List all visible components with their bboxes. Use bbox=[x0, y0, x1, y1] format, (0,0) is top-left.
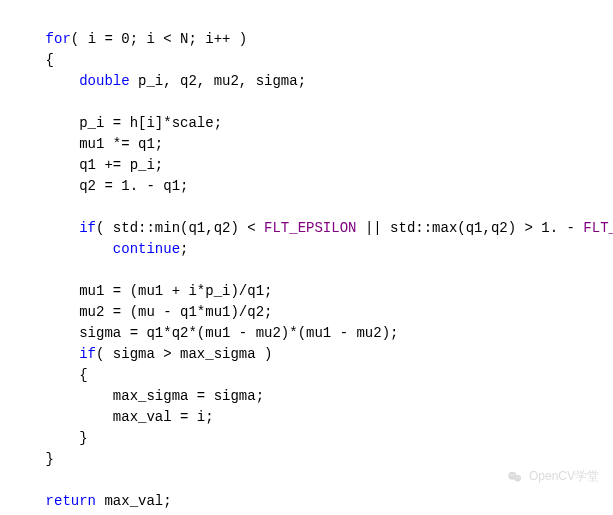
code-line: continue; bbox=[12, 241, 188, 257]
code-text: { bbox=[46, 52, 54, 68]
keyword-for: for bbox=[46, 31, 71, 47]
code-text: max_val = i; bbox=[113, 409, 214, 425]
code-line: double p_i, q2, mu2, sigma; bbox=[12, 73, 306, 89]
code-line: q2 = 1. - q1; bbox=[12, 178, 188, 194]
code-text: mu1 = (mu1 + i*p_i)/q1; bbox=[79, 283, 272, 299]
code-line: mu1 *= q1; bbox=[12, 136, 163, 152]
code-text: } bbox=[79, 430, 87, 446]
svg-point-5 bbox=[518, 477, 519, 478]
code-line: p_i = h[i]*scale; bbox=[12, 115, 222, 131]
code-text: mu2 = (mu - q1*mu1)/q2; bbox=[79, 304, 272, 320]
keyword-double: double bbox=[79, 73, 129, 89]
const-fltepsilon: FLT_EPSILON bbox=[264, 220, 356, 236]
code-text: max_sigma = sigma; bbox=[113, 388, 264, 404]
code-text: p_i, q2, mu2, sigma; bbox=[130, 73, 306, 89]
code-text: mu1 *= q1; bbox=[79, 136, 163, 152]
code-line: } bbox=[12, 451, 54, 467]
code-line: { bbox=[12, 367, 88, 383]
code-text: sigma = q1*q2*(mu1 - mu2)*(mu1 - mu2); bbox=[79, 325, 398, 341]
wechat-icon bbox=[507, 469, 523, 485]
keyword-if: if bbox=[79, 346, 96, 362]
watermark-text: OpenCV学堂 bbox=[529, 466, 599, 487]
const-fltepsilon: FLT_EPSILON bbox=[583, 220, 613, 236]
code-text: p_i = h[i]*scale; bbox=[79, 115, 222, 131]
code-text: || std::max(q1,q2) > 1. - bbox=[356, 220, 583, 236]
code-line: max_sigma = sigma; bbox=[12, 388, 264, 404]
code-text: { bbox=[79, 367, 87, 383]
code-line: sigma = q1*q2*(mu1 - mu2)*(mu1 - mu2); bbox=[12, 325, 398, 341]
code-line: for( i = 0; i < N; i++ ) bbox=[12, 31, 247, 47]
code-line: } bbox=[12, 430, 88, 446]
svg-point-1 bbox=[514, 475, 521, 482]
code-text: ( i = 0; i < N; i++ ) bbox=[71, 31, 247, 47]
code-line: mu2 = (mu - q1*mu1)/q2; bbox=[12, 304, 272, 320]
code-line: max_val = i; bbox=[12, 409, 214, 425]
code-line: { bbox=[12, 52, 54, 68]
svg-point-4 bbox=[516, 477, 517, 478]
code-line: return max_val; bbox=[12, 493, 172, 509]
code-text: ( std::min(q1,q2) < bbox=[96, 220, 264, 236]
code-block: for( i = 0; i < N; i++ ) { double p_i, q… bbox=[0, 0, 613, 515]
code-text: ( sigma > max_sigma ) bbox=[96, 346, 272, 362]
code-line: if( sigma > max_sigma ) bbox=[12, 346, 272, 362]
keyword-continue: continue bbox=[113, 241, 180, 257]
code-text: ; bbox=[180, 241, 188, 257]
code-text: } bbox=[46, 451, 54, 467]
code-line: mu1 = (mu1 + i*p_i)/q1; bbox=[12, 283, 272, 299]
watermark: OpenCV学堂 bbox=[507, 466, 599, 487]
code-line: if( std::min(q1,q2) < FLT_EPSILON || std… bbox=[12, 220, 613, 236]
code-text: q1 += p_i; bbox=[79, 157, 163, 173]
svg-point-2 bbox=[510, 474, 511, 475]
code-text: max_val; bbox=[96, 493, 172, 509]
code-text: q2 = 1. - q1; bbox=[79, 178, 188, 194]
svg-point-3 bbox=[513, 474, 514, 475]
keyword-return: return bbox=[46, 493, 96, 509]
code-line: q1 += p_i; bbox=[12, 157, 163, 173]
keyword-if: if bbox=[79, 220, 96, 236]
